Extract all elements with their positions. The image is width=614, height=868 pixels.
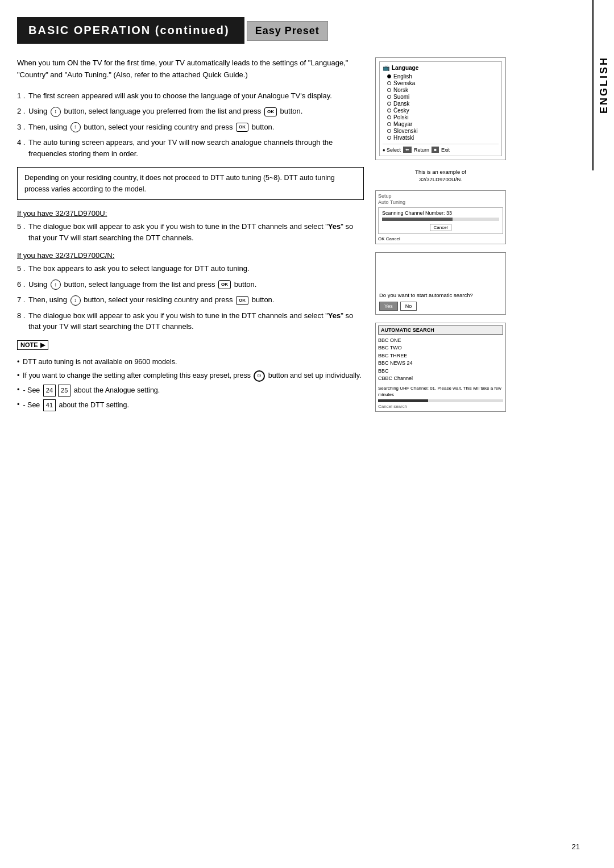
cancel-button[interactable]: Cancel	[430, 224, 452, 231]
search-progress-bar-fill	[378, 399, 428, 402]
note-bullet-1: DTT auto tuning is not available on 9600…	[17, 357, 364, 368]
nav-button-icon: ↕	[70, 122, 81, 132]
list-item: 5 . The dialogue box will appear to ask …	[17, 221, 364, 243]
list-item: 7 . Then, using ↕ button, select your re…	[17, 294, 364, 306]
auto-search-panel: AUTOMATIC SEARCH BBC ONEBBC TWOBBC THREE…	[375, 323, 506, 412]
progress-bar-fill	[382, 218, 453, 221]
search-progress-bar	[378, 399, 503, 402]
progress-bar	[382, 218, 499, 221]
yes-button[interactable]: Yes	[379, 302, 398, 311]
scan-box: Scanning Channel Number: 33 Cancel	[378, 207, 503, 234]
section-title: Easy Preset	[247, 21, 328, 41]
two-column-layout: When you turn ON the TV for the first ti…	[17, 57, 580, 420]
ok-cancel-label: OK Cancel	[378, 236, 503, 241]
channel-item: BBC ONE	[378, 337, 503, 345]
scan-label: Scanning Channel Number: 33	[382, 210, 499, 216]
radio-empty-icon	[387, 115, 391, 119]
radio-selected-icon	[387, 74, 391, 78]
channel-item: BBC THREE	[378, 352, 503, 360]
see-box-25: 25	[58, 385, 70, 397]
example-text: This is an example of32/37LD9700U/N.	[375, 168, 506, 183]
auto-search-header: AUTOMATIC SEARCH	[378, 326, 503, 335]
main-content: BASIC OPERATION (continued) Easy Preset …	[0, 0, 614, 868]
note-section: NOTE ▶ DTT auto tuning is not available …	[17, 340, 364, 411]
radio-empty-icon	[387, 95, 391, 99]
list-item: 3 . Then, using ↕ button, select your re…	[17, 122, 364, 133]
subsection1-header: If you have 32/37LD9700U:	[17, 209, 364, 218]
radio-empty-icon	[387, 136, 391, 140]
no-button[interactable]: No	[400, 302, 417, 311]
channel-item: BBC	[378, 368, 503, 375]
tv-icon: 📺	[383, 65, 389, 71]
auto-tuning-title: Setup	[378, 193, 503, 199]
language-item: Hrvatski	[387, 135, 499, 141]
radio-empty-icon	[387, 129, 391, 133]
language-item: Dansk	[387, 101, 499, 107]
nav-button-icon: ↕	[51, 107, 61, 117]
steps-list: 1 . The first screen appeared will ask y…	[17, 90, 364, 160]
radio-empty-icon	[387, 108, 391, 112]
subsection2-header: If you have 32/37LD9700C/N:	[17, 251, 364, 260]
language-item: Svenska	[387, 80, 499, 86]
page-container: BASIC OPERATION (continued) Easy Preset …	[0, 0, 614, 868]
nav-button-icon: ↕	[70, 295, 81, 306]
subsection1-steps: 5 . The dialogue box will appear to ask …	[17, 221, 364, 243]
see-box-24: 24	[43, 385, 56, 397]
language-item: Norsk	[387, 87, 499, 93]
language-panel-footer: ♦ Select ⬅ Return ■ Exit	[383, 144, 499, 153]
english-label: ENGLISH	[598, 56, 610, 114]
intro-text: When you turn ON the TV for the first ti…	[17, 57, 364, 81]
channel-item: BBC NEWS 24	[378, 360, 503, 368]
auto-tuning-subtitle: Auto Tuning	[378, 199, 503, 205]
list-item: 4 . The auto tuning screen appears, and …	[17, 137, 364, 159]
language-item: Magyar	[387, 121, 499, 127]
cancel-search-button[interactable]: Cancel search	[378, 404, 503, 409]
note-bullets-list: DTT auto tuning is not available on 9600…	[17, 357, 364, 411]
channel-item: BBC TWO	[378, 344, 503, 352]
language-item: Slovenski	[387, 128, 499, 134]
english-tab: ENGLISH	[592, 0, 614, 170]
list-item: 2 . Using ↕ button, select language you …	[17, 106, 364, 117]
ok-button-icon: OK	[218, 280, 231, 289]
right-column: 📺 Language EnglishSvenskaNorskSuomiDansk…	[375, 57, 506, 420]
channel-list: BBC ONEBBC TWOBBC THREEBBC NEWS 24BBCCBB…	[378, 337, 503, 383]
auto-tuning-panel: Setup Auto Tuning Scanning Channel Numbe…	[375, 190, 506, 244]
see-box-41: 41	[43, 399, 56, 411]
note-bullet-see-analogue: - See 2425 about the Analogue setting.	[17, 385, 364, 397]
language-list: EnglishSvenskaNorskSuomiDanskČeskyPolski…	[383, 73, 499, 141]
note-label: NOTE ▶	[17, 340, 48, 350]
channel-item: CBBC Channel	[378, 375, 503, 383]
note-bullet-see-dtt: - See 41 about the DTT setting.	[17, 399, 364, 411]
yes-no-buttons: Yes No	[379, 302, 502, 311]
page-title: BASIC OPERATION (continued)	[28, 24, 233, 37]
radio-empty-icon	[387, 122, 391, 126]
ok-button-icon: OK	[236, 123, 248, 132]
menu-icon: ⊙	[254, 370, 265, 382]
radio-empty-icon	[387, 102, 391, 106]
header-bar: BASIC OPERATION (continued)	[17, 17, 244, 44]
page-number: 21	[572, 842, 580, 851]
left-column: When you turn ON the TV for the first ti…	[17, 57, 364, 420]
language-item: Suomi	[387, 94, 499, 100]
language-panel-header: 📺 Language	[383, 65, 499, 71]
list-item: 1 . The first screen appeared will ask y…	[17, 90, 364, 102]
search-progress: Searching UHF Channel: 01. Please wait. …	[378, 385, 503, 398]
ok-button-icon: OK	[236, 296, 248, 305]
ok-button-icon: OK	[264, 107, 277, 116]
radio-empty-icon	[387, 88, 391, 92]
nav-button-icon: ↕	[51, 279, 61, 290]
radio-empty-icon	[387, 81, 391, 85]
yes-no-question: Do you want to start automatic search?	[379, 292, 502, 298]
yes-no-panel: Do you want to start automatic search? Y…	[375, 252, 506, 315]
subsection2-steps: 5 . The box appears to ask you to select…	[17, 263, 364, 332]
language-item: English	[387, 73, 499, 80]
language-item: Polski	[387, 114, 499, 120]
list-item: 5 . The box appears to ask you to select…	[17, 263, 364, 274]
list-item: 6 . Using ↕ button, select language from…	[17, 279, 364, 290]
list-item: 8 . The dialogue box will appear to ask …	[17, 310, 364, 332]
language-item: Česky	[387, 107, 499, 114]
note-box: Depending on your residing country, it d…	[17, 167, 364, 200]
note-box-text: Depending on your residing country, it d…	[24, 174, 335, 193]
note-bullet-2: If you want to change the setting after …	[17, 370, 364, 382]
language-panel: 📺 Language EnglishSvenskaNorskSuomiDansk…	[375, 57, 506, 160]
